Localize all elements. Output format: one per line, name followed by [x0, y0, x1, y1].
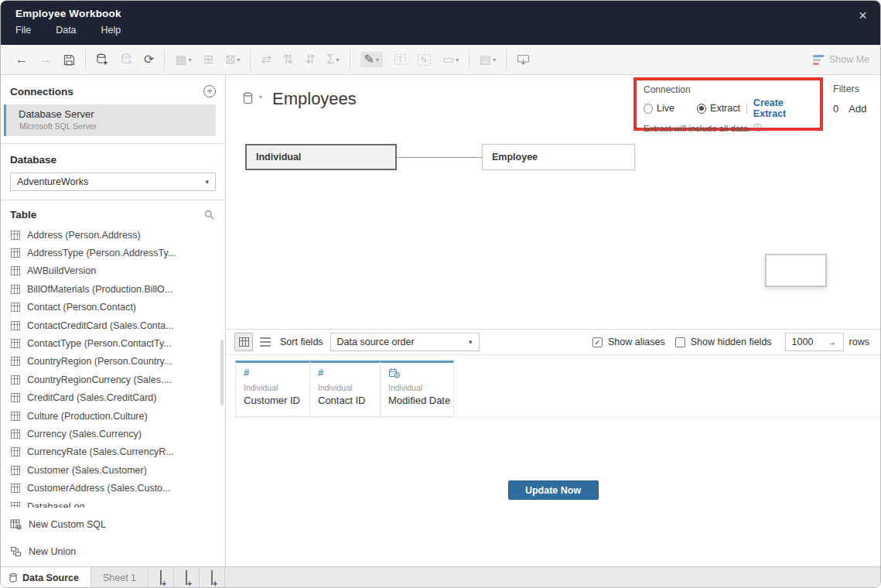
save-icon[interactable]: [63, 54, 75, 66]
create-extract-link[interactable]: Create Extract: [753, 97, 813, 119]
menu-help[interactable]: Help: [101, 25, 121, 36]
show-cards-icon[interactable]: ▤: [480, 53, 491, 66]
table-item-label: Customer (Sales.Customer): [27, 465, 147, 476]
filters-panel: Filters 0 Add: [833, 84, 866, 115]
update-now-button[interactable]: Update Now: [508, 480, 599, 500]
table-icon: [11, 429, 20, 439]
new-custom-sql-item[interactable]: New Custom SQL: [1, 511, 225, 538]
sort-ascending-icon[interactable]: ⇅: [283, 53, 293, 66]
field-table: Individual: [318, 383, 380, 392]
swap-rows-columns-icon[interactable]: ⇄: [261, 53, 271, 66]
dropdown-caret-icon: ▾: [237, 56, 240, 63]
table-item-label: AddressType (Person.AddressTy...: [27, 248, 176, 258]
text-label-icon[interactable]: T: [394, 54, 406, 65]
field-cards-row: # Individual Customer ID # Individual Co…: [226, 355, 880, 418]
add-connection-icon[interactable]: +: [203, 85, 216, 97]
scrollbar-thumb[interactable]: [220, 340, 224, 405]
totals-icon[interactable]: Σ: [327, 53, 335, 66]
connection-item[interactable]: Database Server Microsoft SQL Server: [4, 104, 216, 136]
filters-count: 0: [833, 103, 838, 115]
window-title: Employee Workbook: [15, 8, 880, 19]
extract-radio[interactable]: [697, 104, 706, 114]
table-list-item[interactable]: ContactType (Person.ContactTy...: [1, 334, 225, 352]
connections-header: Connections: [10, 86, 73, 97]
tab-sheet-1[interactable]: Sheet 1: [91, 567, 149, 588]
table-list-item[interactable]: CountryRegion (Person.Country...: [1, 353, 225, 371]
sidebar-actions: New Custom SQL New Union: [1, 508, 225, 566]
forward-arrow-icon[interactable]: →: [39, 53, 52, 66]
refresh-data-source-icon[interactable]: ⟳: [144, 53, 154, 66]
back-arrow-icon[interactable]: ←: [15, 53, 28, 66]
table-item-label: CustomerAddress (Sales.Custo...: [27, 483, 171, 494]
edit-tooltip-icon[interactable]: ✎: [418, 54, 431, 66]
table-section: Table Address (Person.Address) AddressTy…: [1, 200, 225, 508]
new-worksheet-icon[interactable]: ▦: [175, 53, 186, 66]
show-me-button[interactable]: Show Me: [813, 54, 869, 65]
chevron-down-icon[interactable]: ▾: [259, 94, 262, 101]
live-radio[interactable]: [644, 104, 653, 114]
new-story-icon: +: [211, 571, 213, 585]
table-list-item[interactable]: BillOfMaterials (Production.BillO...: [1, 280, 225, 298]
sort-order-select[interactable]: Data source order ▾: [330, 333, 480, 351]
table-list-item[interactable]: CustomerAddress (Sales.Custo...: [1, 479, 225, 497]
rows-input[interactable]: 1000 →: [785, 333, 844, 351]
database-select[interactable]: AdventureWorks ▾: [10, 173, 216, 191]
table-list-item[interactable]: CurrencyRate (Sales.CurrencyR...: [1, 443, 225, 461]
table-item-label: Address (Person.Address): [27, 230, 141, 241]
table-list-item[interactable]: AddressType (Person.AddressTy...: [1, 244, 225, 262]
table-item-label: CountryRegion (Person.Country...: [27, 356, 172, 367]
grid-view-button[interactable]: [234, 333, 253, 351]
table-list-item[interactable]: CreditCard (Sales.CreditCard): [1, 389, 225, 407]
table-list-item[interactable]: AWBuildVersion: [1, 262, 225, 280]
table-icon: [11, 393, 20, 402]
new-union-item[interactable]: New Union: [1, 538, 225, 565]
datasource-cylinder-icon[interactable]: [243, 92, 254, 104]
field-card-customer-id[interactable]: # Individual Customer ID: [235, 361, 310, 417]
drag-ghost-box: [765, 254, 827, 287]
table-icon: [11, 231, 20, 240]
search-icon[interactable]: [204, 210, 214, 220]
menu-data[interactable]: Data: [56, 25, 76, 36]
table-list-item[interactable]: CountryRegionCurrency (Sales....: [1, 371, 225, 388]
metadata-view-icon[interactable]: [260, 337, 271, 347]
tab-data-source[interactable]: Data Source: [1, 567, 91, 588]
table-list-item[interactable]: Address (Person.Address): [1, 226, 225, 244]
table-list-item[interactable]: Contact (Person.Contact): [1, 299, 225, 316]
sort-descending-icon[interactable]: ⇵: [305, 53, 315, 66]
new-story-button[interactable]: +: [200, 567, 225, 588]
show-aliases-checkbox[interactable]: ✓: [592, 337, 603, 347]
canvas-table-individual[interactable]: Individual: [245, 144, 397, 170]
field-card-contact-id[interactable]: # Individual Contact ID: [309, 361, 381, 417]
dropdown-caret-icon: ▾: [493, 56, 496, 63]
chevron-down-icon: ▾: [205, 178, 209, 186]
table-list-item[interactable]: ContactCreditCard (Sales.Conta...: [1, 316, 225, 334]
info-icon[interactable]: ⓘ: [753, 122, 762, 134]
table-item-label: CurrencyRate (Sales.CurrencyR...: [27, 446, 174, 457]
table-list-item[interactable]: Currency (Sales.Currency): [1, 425, 225, 443]
presentation-mode-icon[interactable]: [517, 54, 530, 66]
highlight-icon[interactable]: ✎: [364, 53, 374, 66]
clear-sheet-icon[interactable]: ⊠: [225, 53, 235, 66]
table-item-label: ContactCreditCard (Sales.Conta...: [27, 320, 174, 331]
table-item-label: BillOfMaterials (Production.BillO...: [27, 284, 172, 295]
table-icon: [11, 285, 20, 294]
close-icon[interactable]: ×: [859, 8, 867, 22]
table-list-item[interactable]: DatabaseLog: [1, 497, 225, 508]
sort-fields-label: Sort fields: [280, 337, 323, 347]
fit-icon[interactable]: ▭: [442, 53, 454, 66]
menu-file[interactable]: File: [15, 25, 31, 36]
duplicate-sheet-icon[interactable]: ⊞: [203, 53, 213, 66]
add-data-source-icon[interactable]: [96, 53, 109, 66]
show-hidden-fields-checkbox[interactable]: [675, 337, 685, 347]
new-worksheet-button[interactable]: +: [149, 567, 174, 588]
table-list-item[interactable]: Culture (Production.Culture): [1, 407, 225, 425]
table-item-label: AWBuildVersion: [27, 265, 96, 276]
table-list-item[interactable]: Customer (Sales.Customer): [1, 461, 225, 479]
table-icon: [11, 357, 20, 366]
new-dashboard-button[interactable]: +: [174, 567, 200, 588]
canvas-table-employee[interactable]: Employee: [482, 144, 635, 170]
data-grid-section: Sort fields Data source order ▾ ✓ Show a…: [226, 330, 880, 566]
pause-auto-updates-icon[interactable]: [121, 53, 132, 66]
filters-add-button[interactable]: Add: [849, 103, 866, 115]
field-card-modified-date[interactable]: Individual Modified Date: [380, 361, 454, 417]
